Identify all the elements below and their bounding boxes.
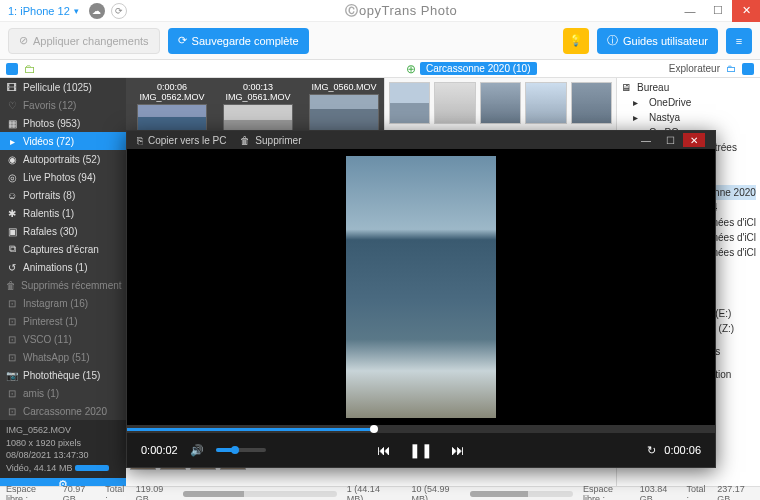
video-thumbnail[interactable]: 0:00:06IMG_0562.MOV [134,82,210,136]
category-icon: ⊡ [6,406,18,417]
pc-space-bar [470,491,573,497]
device-name: 1: iPhone 12 [8,5,70,17]
video-thumbnail[interactable]: 0:00:13IMG_0561.MOV [220,82,296,136]
pause-button[interactable]: ❚❚ [409,442,433,458]
volume-slider[interactable] [216,448,266,452]
video-player-window: ⎘ Copier vers le PC 🗑 Supprimer — ☐ ✕ 0:… [126,130,716,468]
apply-changes-button[interactable]: ⊘ Appliquer changements [8,28,160,54]
folder-icon: 🖥 [621,82,633,93]
category-icon: ⊡ [6,352,18,363]
refresh-icon[interactable]: ⟳ [111,3,127,19]
sidebar-item[interactable]: ↺Animations (1) [0,258,126,276]
category-icon: ☺ [6,190,18,201]
tree-item[interactable]: ▸Nastya [621,110,756,125]
close-button[interactable]: ✕ [732,0,760,22]
sidebar-item[interactable]: ◉Autoportraits (52) [0,150,126,168]
copy-to-pc-button[interactable]: ⎘ Copier vers le PC [137,135,226,146]
sidebar-item[interactable]: ▸Vidéos (72) [0,132,126,150]
folder-open-icon[interactable]: 🗀 [726,63,736,74]
sidebar-item[interactable]: 🎞Pellicule (1025) [0,78,126,96]
trash-icon: 🗑 [240,135,250,146]
category-icon: ⊡ [6,334,18,345]
sidebar-item[interactable]: 📷Photothèque (15) [0,366,126,384]
full-backup-button[interactable]: ⟳ Sauvegarde complète [168,28,309,54]
sidebar-item[interactable]: ⊡VSCO (11) [0,330,126,348]
elapsed-time: 0:00:02 [141,444,178,456]
user-guides-button[interactable]: ⓘ Guides utilisateur [597,28,718,54]
device-selector[interactable]: 1: iPhone 12 ▾ [8,5,79,17]
thumbnail[interactable] [389,82,430,124]
replay-icon[interactable]: ↻ [647,444,656,457]
category-icon: ⧉ [6,243,18,255]
sidebar-item[interactable]: ⊡Instagram (16) [0,294,126,312]
maximize-button[interactable]: ☐ [704,0,732,22]
tree-item[interactable]: 🖥Bureau [621,80,756,95]
menu-button[interactable]: ≡ [726,28,752,54]
rewind-button[interactable]: ⏮ [377,442,391,458]
cloud-icon[interactable]: ☁ [89,3,105,19]
forward-button[interactable]: ⏭ [451,442,465,458]
thumbnail[interactable] [571,82,612,124]
sidebar-item[interactable]: ⊡WhatsApp (51) [0,348,126,366]
folder-icon[interactable]: 🗀 [24,63,36,75]
category-icon: ↺ [6,262,18,273]
category-icon: ✱ [6,208,18,219]
sidebar-item[interactable]: ♡Favoris (12) [0,96,126,114]
album-badge[interactable]: Carcassonne 2020 (10) [420,62,537,75]
category-icon: ♡ [6,100,18,111]
sidebar-item[interactable]: ⊡Pinterest (1) [0,312,126,330]
category-icon: ◉ [6,154,18,165]
explorer-label: Explorateur [669,63,720,74]
video-frame [346,156,496,418]
sub-toolbar: 🗀 ⊕ Carcassonne 2020 (10) Explorateur 🗀 [0,60,760,78]
sidebar-item[interactable]: ◎Live Photos (94) [0,168,126,186]
copy-icon: ⎘ [137,135,143,146]
tips-button[interactable]: 💡 [563,28,589,54]
seek-bar[interactable] [127,425,715,433]
delete-button[interactable]: 🗑 Supprimer [240,135,301,146]
add-icon[interactable]: ⊕ [406,63,416,75]
player-close-button[interactable]: ✕ [683,133,705,147]
video-viewport[interactable] [127,149,715,425]
sidebar-item[interactable]: ⊡Carcassonne 2020 [0,402,126,420]
app-title: ⒸopyTrans Photo [127,2,676,20]
refresh-icon: ⟳ [178,34,187,47]
chevron-down-icon: ▾ [74,6,79,16]
thumbnail[interactable] [434,82,475,124]
category-icon: 📷 [6,370,18,381]
info-icon: ⓘ [607,33,618,48]
titlebar: 1: iPhone 12 ▾ ☁ ⟳ ⒸopyTrans Photo — ☐ ✕ [0,0,760,22]
player-minimize-button[interactable]: — [635,133,657,147]
category-icon: ▣ [6,226,18,237]
player-maximize-button[interactable]: ☐ [659,133,681,147]
category-icon: 🎞 [6,82,18,93]
category-icon: ▸ [6,136,18,147]
sidebar-item[interactable]: ⧉Captures d'écran [0,240,126,258]
device-space-bar [183,491,337,497]
player-toolbar: ⎘ Copier vers le PC 🗑 Supprimer — ☐ ✕ [127,131,715,149]
sidebar-item[interactable]: ▦Photos (953) [0,114,126,132]
thumbnail[interactable] [480,82,521,124]
minimize-button[interactable]: — [676,0,704,22]
volume-icon[interactable]: 🔊 [190,444,204,457]
sidebar-item[interactable]: ⊡amis (1) [0,384,126,402]
thumbnail[interactable] [525,82,566,124]
sidebar-item[interactable]: ✱Ralentis (1) [0,204,126,222]
sidebar: 🎞Pellicule (1025)♡Favoris (12)▦Photos (9… [0,78,126,486]
status-bar: Espace libre : 70.97 GB Total : 119.09 G… [0,486,760,500]
sidebar-item[interactable]: 🗑Supprimés récemment [0,276,126,294]
video-thumbnail[interactable]: IMG_0560.MOV [306,82,382,136]
sidebar-item[interactable]: ☺Portraits (8) [0,186,126,204]
grid-view-icon[interactable] [6,63,18,75]
folder-icon: ▸ [633,97,645,108]
total-time: 0:00:06 [664,444,701,456]
category-icon: ⊡ [6,388,18,399]
tree-item[interactable]: ▸OneDrive [621,95,756,110]
panel-toggle-icon[interactable] [742,63,754,75]
category-icon: ◎ [6,172,18,183]
check-icon: ⊘ [19,34,28,47]
category-icon: ▦ [6,118,18,129]
folder-icon: ▸ [633,112,645,123]
sidebar-item[interactable]: ▣Rafales (30) [0,222,126,240]
player-controls: 0:00:02 🔊 ⏮ ❚❚ ⏭ ↻ 0:00:06 [127,433,715,467]
